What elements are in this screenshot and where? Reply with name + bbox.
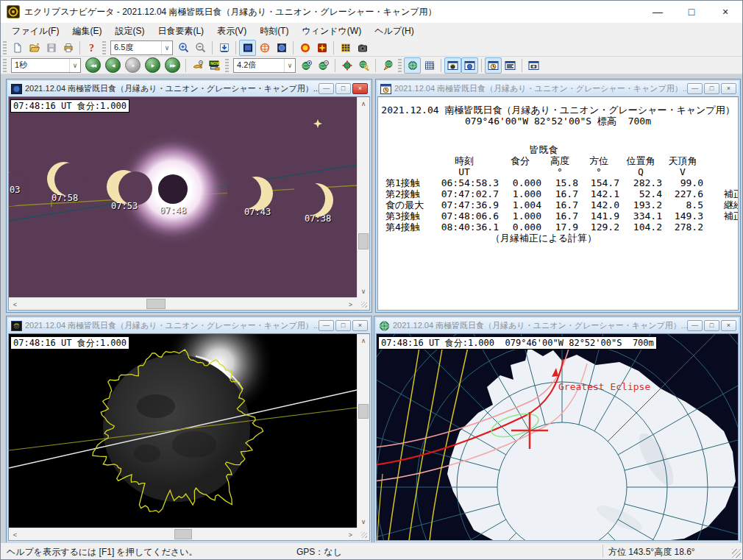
scroll-left-arrow[interactable]: < bbox=[9, 528, 21, 541]
scroll-up-arrow[interactable]: ∧ bbox=[358, 334, 369, 347]
set-time-button[interactable] bbox=[189, 57, 206, 74]
menu-file[interactable]: ファイル(F) bbox=[5, 24, 65, 39]
scroll-thumb[interactable] bbox=[358, 233, 369, 249]
zoom-out-button[interactable] bbox=[192, 40, 209, 56]
report-window-titlebar[interactable]: 2021.12.04 南極皆既日食（月縁あり・ユニオン・グレーシャー・キャンプ用… bbox=[377, 81, 739, 96]
toolbar-grip[interactable] bbox=[225, 59, 229, 72]
grid-button[interactable] bbox=[337, 40, 354, 56]
scroll-down-arrow[interactable]: ∨ bbox=[358, 285, 369, 297]
scroll-thumb[interactable] bbox=[174, 529, 192, 539]
print-button[interactable] bbox=[60, 40, 77, 56]
map-window-button[interactable] bbox=[404, 57, 421, 74]
disk-view-button[interactable] bbox=[273, 40, 290, 56]
sky-view[interactable]: 03 07:58 07:53 07:48 07:43 07:38 07:48:1… bbox=[8, 96, 370, 311]
limb-window-button[interactable] bbox=[444, 57, 461, 74]
capture-window-button[interactable] bbox=[525, 57, 542, 74]
scroll-down-arrow[interactable]: ∨ bbox=[358, 515, 369, 528]
sky-restore-button[interactable]: □ bbox=[335, 83, 351, 94]
scroll-right-arrow[interactable]: > bbox=[344, 528, 357, 541]
sky-close-button[interactable]: × bbox=[352, 83, 368, 94]
camera-button[interactable] bbox=[354, 40, 371, 56]
zoom-in-button[interactable] bbox=[175, 40, 192, 56]
skip-to-start-button[interactable]: ◀◀ bbox=[85, 57, 101, 73]
contact-times-window-button[interactable] bbox=[485, 57, 502, 74]
hand-clock-icon bbox=[192, 60, 204, 71]
scroll-up-arrow[interactable]: ∧ bbox=[358, 97, 369, 110]
sky-minimize-button[interactable]: — bbox=[319, 83, 334, 94]
timeline-window-button[interactable] bbox=[502, 57, 519, 74]
step-back-button[interactable]: ◀ bbox=[105, 57, 121, 73]
map-minimize-button[interactable]: — bbox=[687, 320, 703, 331]
help-button[interactable]: ? bbox=[83, 40, 100, 56]
map-restore-button[interactable]: □ bbox=[704, 320, 719, 331]
limb-restore-button[interactable]: □ bbox=[335, 320, 351, 331]
map-view[interactable]: Greatest Eclipse 07:48:16 UT 食分:1.000 07… bbox=[376, 333, 739, 541]
toolbar-grip[interactable] bbox=[3, 59, 7, 72]
map-settings-button[interactable] bbox=[355, 57, 372, 74]
menu-view[interactable]: 表示(V) bbox=[210, 24, 253, 39]
menu-help[interactable]: ヘルプ(H) bbox=[368, 24, 421, 39]
minimize-button[interactable]: — bbox=[641, 1, 675, 23]
map-zoom-out-button[interactable] bbox=[315, 57, 332, 74]
open-file-button[interactable] bbox=[26, 40, 43, 56]
data-table-button[interactable] bbox=[421, 57, 438, 74]
map-window-titlebar[interactable]: 2021.12.04 南極皆既日食（月縁あり・ユニオン・グレーシャー・キャンプ用… bbox=[376, 318, 739, 333]
report-restore-button[interactable]: □ bbox=[704, 83, 719, 94]
skip-to-end-button[interactable]: ▶▶ bbox=[165, 57, 180, 73]
now-button[interactable]: NOW bbox=[206, 57, 223, 74]
limb-view[interactable]: 07:48:16 UT 食分:1.000 ∧ ∨ < > bbox=[8, 333, 370, 541]
scroll-left-arrow[interactable]: < bbox=[9, 298, 21, 311]
statusbar-help-text: ヘルプを表示するには [F1] を押してください。 bbox=[7, 546, 198, 559]
map-window-icon bbox=[379, 321, 390, 331]
orbit-view-button[interactable] bbox=[256, 40, 273, 56]
limb-minimize-button[interactable]: — bbox=[319, 320, 334, 331]
sky-vertical-scrollbar[interactable]: ∧ ∨ bbox=[357, 97, 369, 297]
fov-select[interactable]: 6.5度 ∨ bbox=[110, 40, 173, 55]
close-button[interactable]: × bbox=[708, 1, 742, 23]
map-info-label: 07:48:16 UT 食分:1.000 079°46'00"W 82°52'0… bbox=[378, 336, 657, 350]
map-close-button[interactable]: × bbox=[721, 320, 736, 331]
save-button[interactable] bbox=[43, 40, 60, 56]
toolbar-grip[interactable] bbox=[398, 59, 402, 72]
map-scale-select[interactable]: 4.2倍 ∨ bbox=[233, 58, 296, 73]
menu-window[interactable]: ウィンドウ(W) bbox=[295, 24, 368, 39]
sky-view-button[interactable] bbox=[239, 40, 256, 56]
scroll-thumb[interactable] bbox=[358, 404, 369, 419]
map-zoom-in-button[interactable] bbox=[298, 57, 315, 74]
contact-row-label: 食の最大 bbox=[381, 199, 430, 210]
sun-button[interactable] bbox=[296, 40, 313, 56]
limb-vertical-scrollbar[interactable]: ∧ ∨ bbox=[357, 334, 369, 528]
map-pick-button[interactable] bbox=[379, 57, 396, 74]
play-button[interactable]: ▶ bbox=[145, 57, 160, 73]
time-step-select[interactable]: 1秒 ∨ bbox=[11, 58, 81, 73]
scroll-thumb[interactable] bbox=[146, 299, 166, 309]
limb-horizontal-scrollbar[interactable]: < > bbox=[9, 528, 357, 540]
new-file-button[interactable] bbox=[9, 40, 26, 56]
menu-eclipse-elements[interactable]: 日食要素(L) bbox=[151, 24, 210, 39]
report-minimize-button[interactable]: — bbox=[687, 83, 703, 94]
scroll-right-arrow[interactable]: > bbox=[344, 298, 357, 311]
limb-close-button[interactable]: × bbox=[352, 320, 368, 331]
map-center-button[interactable] bbox=[338, 57, 355, 74]
stop-button[interactable]: ■ bbox=[125, 57, 141, 73]
maximize-button[interactable]: □ bbox=[675, 1, 708, 23]
limb-window-title: 2021.12.04 南極皆既日食（月縁あり・ユニオン・グレーシャー・キャンプ用… bbox=[25, 320, 319, 331]
disk-window-button[interactable] bbox=[461, 57, 478, 74]
window-disk-icon bbox=[463, 60, 476, 71]
chevron-down-icon: ∨ bbox=[161, 41, 172, 54]
toolbar-grip[interactable] bbox=[3, 41, 7, 54]
main-titlebar: エクリプスナビゲータ - 2021.12.04 南極皆既日食（月縁あり・ユニオン… bbox=[1, 1, 742, 23]
report-close-button[interactable]: × bbox=[721, 83, 736, 94]
menu-time[interactable]: 時刻(T) bbox=[253, 24, 295, 39]
sky-window-titlebar[interactable]: 2021.12.04 南極皆既日食（月縁あり・ユニオン・グレーシャー・キャンプ用… bbox=[8, 81, 370, 96]
report-view[interactable]: 2021.12.04 南極皆既日食（月縁あり・ユニオン・グレーシャー・キャンプ用… bbox=[377, 96, 739, 311]
menu-settings[interactable]: 設定(S) bbox=[108, 24, 151, 39]
download-elements-button[interactable] bbox=[216, 40, 232, 56]
menu-edit[interactable]: 編集(E) bbox=[65, 24, 108, 39]
toolbar-main: ? 6.5度 ∨ bbox=[1, 39, 742, 57]
limb-window-titlebar[interactable]: 2021.12.04 南極皆既日食（月縁あり・ユニオン・グレーシャー・キャンプ用… bbox=[8, 318, 370, 333]
resize-grip[interactable] bbox=[732, 549, 741, 558]
sky-horizontal-scrollbar[interactable]: < > bbox=[9, 297, 357, 310]
toolbar-grip[interactable] bbox=[102, 41, 106, 54]
corona-button[interactable] bbox=[313, 40, 330, 56]
